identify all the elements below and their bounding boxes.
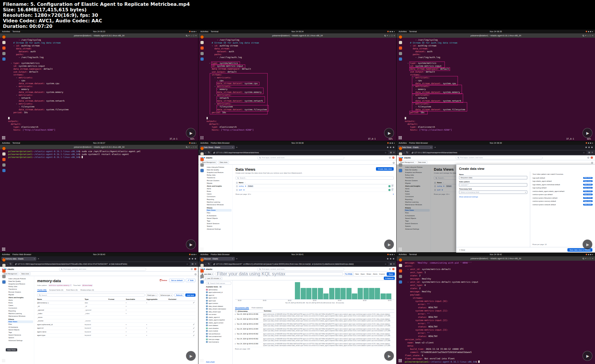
column-header[interactable]: Name <box>37 298 85 300</box>
menu-icon[interactable]: ≡ <box>393 152 395 154</box>
sidebar-item[interactable]: Machine Learning <box>206 201 232 203</box>
tab-close-icon[interactable]: × <box>232 258 233 260</box>
show-apps-icon[interactable] <box>399 248 402 251</box>
new-tab-button[interactable]: + <box>236 257 238 260</box>
sidebar-item[interactable]: Transforms <box>8 288 33 291</box>
expand-icon[interactable]: ▸ <box>235 343 236 345</box>
delete-icon[interactable] <box>392 185 393 187</box>
bookmark-star-icon[interactable]: ☆ <box>583 152 585 154</box>
field-item[interactable]: tagent.version <box>206 302 231 305</box>
firefox-dock-icon[interactable] <box>2 258 6 262</box>
field-item[interactable]: tdata_stream.namespace <box>206 308 231 311</box>
show-apps-icon[interactable] <box>200 136 204 140</box>
edit-button[interactable]: Edit <box>186 279 195 282</box>
edit-field-icon[interactable] <box>193 327 194 329</box>
url-bar[interactable]: 127.0.0.1:5601/app/management/kibana/dat… <box>410 151 587 154</box>
clock[interactable]: Nov 24 08:33 <box>93 30 105 33</box>
user-avatar[interactable] <box>194 268 196 270</box>
software-dock-icon[interactable] <box>200 269 204 273</box>
power-menu-chevron-icon[interactable]: ▾ <box>196 30 196 33</box>
menu-item[interactable]: Alerts <box>373 273 377 275</box>
power-menu-chevron-icon[interactable]: ▾ <box>394 253 395 255</box>
sidebar-item[interactable]: Data Set Quality <box>8 280 33 282</box>
menu-icon[interactable]: ≡ <box>585 35 586 37</box>
help-dock-icon[interactable] <box>200 57 204 61</box>
sidebar-item[interactable]: AI Assistants <box>8 326 33 328</box>
global-search-input[interactable]: Find apps, content, and more. <box>257 156 344 159</box>
expand-icon[interactable]: ▸ <box>235 323 236 325</box>
url-bar[interactable]: 127.0.0.1:5601/app/management/kibana/dat… <box>13 262 190 266</box>
software-dock-icon[interactable] <box>399 269 402 273</box>
menu-item[interactable]: Inspect <box>379 273 385 275</box>
edit-field-icon[interactable] <box>193 324 194 325</box>
edit-field-icon[interactable] <box>193 335 194 336</box>
gear-icon[interactable] <box>191 268 193 270</box>
help-dock-icon[interactable] <box>399 169 402 172</box>
sidebar-item[interactable]: Migrate <box>206 182 232 184</box>
tab-other[interactable]: Field filters (0) <box>66 288 78 292</box>
field-item[interactable]: thost.architecture <box>206 332 231 335</box>
sidebar-item[interactable]: Migrate <box>8 293 33 296</box>
global-search-input[interactable]: Find apps, content, and more. <box>59 268 146 271</box>
activities-button[interactable]: Activities <box>200 253 209 255</box>
search-icon[interactable] <box>384 35 386 36</box>
power-menu-chevron-icon[interactable]: ▾ <box>394 142 395 144</box>
software-dock-icon[interactable] <box>399 158 402 161</box>
firefox-dock-icon[interactable] <box>399 258 402 262</box>
reload-icon[interactable]: ↻ <box>10 263 12 265</box>
play-button[interactable]: ▶ <box>186 239 196 249</box>
firefox-dock-icon[interactable] <box>2 35 6 39</box>
power-menu-chevron-icon[interactable]: ▾ <box>196 142 196 144</box>
field-item[interactable]: tdata_stream.type <box>206 310 231 313</box>
expand-icon[interactable]: ▸ <box>235 338 236 340</box>
breadcrumb-item[interactable]: Data views <box>218 161 229 164</box>
menu-item[interactable]: New <box>355 273 359 275</box>
close-icon[interactable] <box>195 258 196 260</box>
field-item[interactable]: tagent.id <box>206 294 231 297</box>
menu-icon[interactable]: ≡ <box>188 146 189 148</box>
maximize-icon[interactable] <box>390 147 391 148</box>
extensions-icon[interactable]: ⊞ <box>191 263 193 265</box>
focused-app-name[interactable]: Terminal <box>409 30 417 33</box>
minimize-icon[interactable] <box>387 147 388 148</box>
sidebar-item[interactable]: Remote Clusters <box>8 291 33 293</box>
help-dock-icon[interactable] <box>2 57 6 61</box>
reload-icon[interactable]: ↻ <box>406 152 408 154</box>
data-view-link[interactable]: syslog <box>239 185 244 187</box>
extensions-icon[interactable]: ⊞ <box>588 152 590 154</box>
browser-tab[interactable]: Data Views - Elastic× <box>200 145 235 149</box>
power-menu-chevron-icon[interactable]: ▾ <box>196 253 196 255</box>
clock[interactable]: Nov 24 08:39 <box>490 142 502 144</box>
close-icon[interactable]: × <box>394 35 395 37</box>
sidebar-item-data-views[interactable]: Data Views <box>8 320 33 323</box>
clock[interactable]: Nov 24 08:37 <box>93 142 105 144</box>
terminal-dock-icon[interactable] <box>399 52 402 55</box>
minimize-icon[interactable] <box>189 258 190 260</box>
row-checkbox[interactable] <box>236 189 238 191</box>
power-menu-chevron-icon[interactable]: ▾ <box>394 30 395 33</box>
sidebar-item[interactable]: Connectors <box>8 307 33 309</box>
field-item[interactable]: tevent.dataset <box>206 324 231 327</box>
sidebar-item[interactable]: Snapshot and Restore <box>206 171 232 174</box>
menu-icon[interactable]: ≡ <box>585 257 586 260</box>
clock[interactable]: Nov 24 08:35 <box>490 30 502 33</box>
field-item[interactable]: tdata_stream.dataset <box>206 305 231 308</box>
files-dock-icon[interactable] <box>399 264 402 267</box>
show-apps-icon[interactable] <box>399 359 402 363</box>
clock[interactable]: Nov 24 08:38 <box>291 142 304 144</box>
files-dock-icon[interactable] <box>200 264 204 267</box>
power-menu-chevron-icon[interactable]: ▾ <box>592 253 593 255</box>
select-all-checkbox[interactable] <box>235 310 236 312</box>
new-tab-button[interactable]: + <box>434 146 436 149</box>
power-menu-chevron-icon[interactable]: ▾ <box>592 142 593 144</box>
show-advanced-settings-link[interactable]: Show advanced settings <box>459 196 527 198</box>
rows-per-page[interactable]: Rows per page: 10 <box>236 193 250 195</box>
sidebar-item[interactable]: Maintenance Windows <box>206 203 232 206</box>
field-type-filter[interactable]: Field type▾ <box>146 293 158 297</box>
url-bar[interactable]: 127.0.0.1:5601/app/discover#/?_g=(filter… <box>211 262 388 266</box>
settings-gear-icon[interactable] <box>195 273 196 275</box>
show-apps-icon[interactable] <box>2 136 6 140</box>
clock[interactable]: Nov 24 08:42 <box>490 253 502 255</box>
clock[interactable]: Nov 24 08:34 <box>291 30 304 33</box>
expand-icon[interactable]: ▸ <box>235 328 236 330</box>
